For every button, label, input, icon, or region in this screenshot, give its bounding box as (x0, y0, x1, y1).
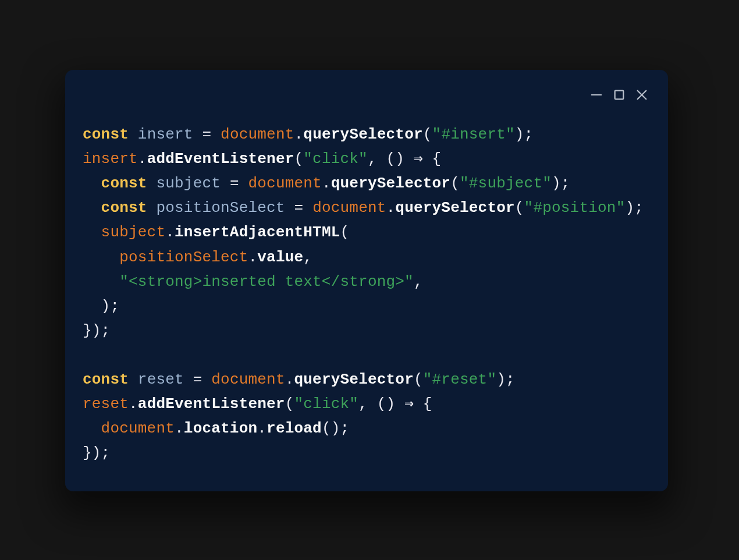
tok-obj: document (248, 175, 322, 192)
tok-fn: querySelector (303, 126, 422, 143)
tok-prop: location (184, 420, 257, 437)
tok-var: subject (156, 175, 221, 192)
tok-punct: ); (101, 297, 120, 315)
tok-obj: document (312, 199, 386, 217)
tok-fn: reload (267, 420, 322, 437)
window-titlebar (83, 86, 651, 104)
tok-brace: { (432, 150, 442, 168)
tok-op: = (202, 126, 211, 143)
tok-fn: addEventListener (147, 150, 294, 168)
tok-punct: ); (552, 175, 570, 192)
tok-arrow: ⇒ (395, 395, 422, 413)
tok-kw: const (101, 175, 147, 192)
tok-obj: reset (83, 395, 129, 413)
tok-punct: }); (83, 444, 110, 462)
tok-fn: querySelector (331, 175, 450, 192)
page-root: const insert = document.querySelector("#… (0, 0, 739, 560)
tok-dot: . (248, 249, 257, 266)
tok-indent (83, 420, 101, 437)
tok-prop: value (257, 249, 303, 266)
tok-indent (83, 273, 119, 290)
tok-fn: querySelector (294, 371, 414, 388)
tok-indent (83, 249, 119, 266)
tok-dot: . (165, 224, 175, 241)
tok-var: positionSelect (156, 199, 285, 217)
tok-dot: . (386, 199, 396, 217)
tok-obj: subject (101, 224, 166, 241)
tok-dot: . (138, 150, 147, 168)
tok-dot: . (285, 371, 294, 388)
code-block: const insert = document.querySelector("#… (83, 122, 651, 466)
tok-punct: , (368, 150, 386, 168)
tok-indent (83, 224, 101, 241)
tok-str: "#insert" (432, 126, 515, 143)
tok-obj: document (221, 126, 294, 143)
tok-punct: ( (340, 224, 350, 241)
tok-indent (83, 175, 101, 192)
tok-punct: ( (414, 371, 423, 388)
tok-str: "<strong>inserted text</strong>" (119, 273, 414, 290)
window-shadow: const insert = document.querySelector("#… (65, 70, 668, 491)
tok-dot: . (294, 126, 304, 143)
tok-punct: ); (515, 126, 534, 143)
tok-paren: () (386, 150, 405, 168)
tok-punct: ( (515, 199, 524, 217)
tok-obj: document (211, 371, 285, 388)
tok-brace: { (423, 395, 432, 413)
tok-str: "#reset" (423, 371, 496, 388)
tok-arrow: ⇒ (404, 150, 432, 168)
close-icon[interactable] (635, 88, 648, 101)
maximize-icon[interactable] (613, 88, 626, 101)
tok-obj: insert (83, 150, 138, 168)
tok-str: "click" (294, 395, 358, 413)
tok-dot: . (322, 175, 331, 192)
tok-dot: . (175, 420, 184, 437)
tok-str: "#subject" (460, 175, 552, 192)
tok-var: insert (138, 126, 193, 143)
tok-var: reset (138, 371, 184, 388)
tok-punct: (); (322, 420, 349, 437)
tok-op: = (193, 371, 202, 388)
tok-punct: , (414, 273, 423, 290)
tok-indent (83, 199, 101, 217)
tok-kw: const (83, 126, 129, 143)
tok-obj: document (101, 420, 175, 437)
tok-punct: ( (450, 175, 460, 192)
tok-fn: addEventListener (138, 395, 285, 413)
tok-op: = (230, 175, 239, 192)
tok-obj: positionSelect (119, 249, 248, 266)
tok-op: = (294, 199, 304, 217)
tok-punct: ); (496, 371, 515, 388)
svg-rect-1 (615, 91, 624, 100)
tok-blank (83, 346, 92, 364)
tok-str: "click" (303, 150, 368, 168)
tok-punct: , (358, 395, 377, 413)
tok-punct: ( (285, 395, 294, 413)
tok-punct: ); (625, 199, 644, 217)
code-window: const insert = document.querySelector("#… (65, 70, 668, 491)
tok-punct: ( (423, 126, 432, 143)
tok-fn: querySelector (395, 199, 514, 217)
tok-punct: , (303, 249, 312, 266)
tok-dot: . (257, 420, 267, 437)
tok-indent (83, 297, 101, 315)
tok-dot: . (129, 395, 138, 413)
minimize-icon[interactable] (590, 88, 603, 101)
tok-punct: ( (294, 150, 303, 168)
tok-kw: const (83, 371, 129, 388)
tok-kw: const (101, 199, 147, 217)
tok-punct: }); (83, 322, 110, 339)
tok-fn: insertAdjacentHTML (175, 224, 340, 241)
tok-paren: () (377, 395, 396, 413)
tok-str: "#position" (524, 199, 626, 217)
